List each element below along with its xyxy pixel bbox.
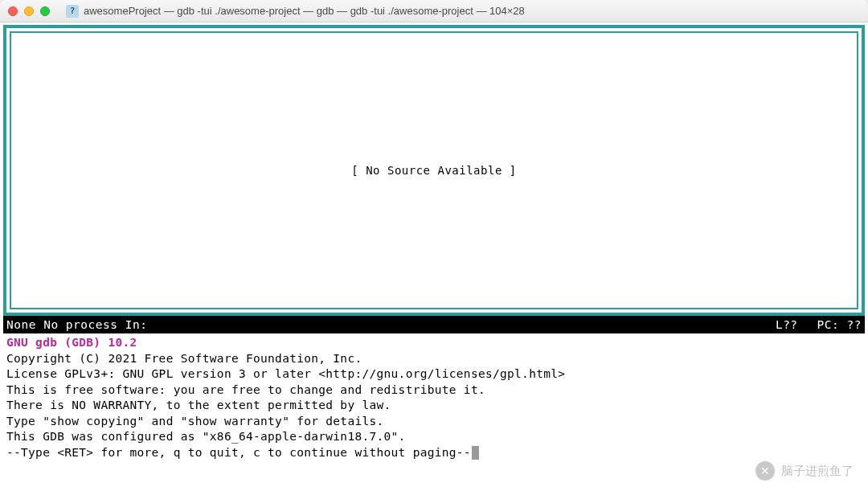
terminal-app-icon: ?: [66, 5, 79, 18]
cursor-icon: [472, 446, 479, 460]
gdb-output-line: Copyright (C) 2021 Free Software Foundat…: [6, 351, 862, 367]
gdb-source-pane: [ No Source Available ]: [3, 25, 865, 316]
traffic-lights: [8, 6, 50, 16]
terminal-window: ? awesomeProject — gdb -tui ./awesome-pr…: [0, 0, 868, 495]
watermark: ✕ 脑子进煎鱼了: [755, 461, 854, 481]
maximize-window-button[interactable]: [40, 6, 50, 16]
prompt-text: --Type <RET> for more, q to quit, c to c…: [6, 445, 471, 461]
close-window-button[interactable]: [8, 6, 18, 16]
gdb-version-header: GNU gdb (GDB) 10.2: [6, 335, 862, 351]
window-title: awesomeProject — gdb -tui ./awesome-proj…: [84, 5, 525, 17]
gdb-output-area[interactable]: GNU gdb (GDB) 10.2 Copyright (C) 2021 Fr…: [3, 333, 865, 463]
title-area: ? awesomeProject — gdb -tui ./awesome-pr…: [66, 5, 860, 18]
gdb-output-line: This is free software: you are free to c…: [6, 382, 862, 399]
no-source-message: [ No Source Available ]: [351, 164, 516, 177]
gdb-status-bar: None No process In: L?? PC: ??: [3, 316, 865, 333]
gdb-source-pane-inner: [ No Source Available ]: [10, 31, 858, 309]
status-location-info: L?? PC: ??: [776, 318, 862, 331]
status-program-counter: PC: ??: [817, 318, 862, 331]
terminal-body[interactable]: [ No Source Available ] None No process …: [0, 22, 868, 495]
gdb-output-line: License GPLv3+: GNU GPL version 3 or lat…: [6, 366, 862, 382]
gdb-output-line: There is NO WARRANTY, to the extent perm…: [6, 398, 862, 414]
gdb-pager-prompt[interactable]: --Type <RET> for more, q to quit, c to c…: [6, 445, 862, 461]
minimize-window-button[interactable]: [24, 6, 34, 16]
status-process-info: None No process In:: [6, 318, 776, 331]
window-titlebar: ? awesomeProject — gdb -tui ./awesome-pr…: [0, 0, 868, 22]
watermark-icon: ✕: [755, 461, 775, 481]
gdb-output-line: Type "show copying" and "show warranty" …: [6, 414, 862, 430]
status-line-number: L??: [776, 318, 798, 331]
watermark-text: 脑子进煎鱼了: [781, 464, 854, 479]
gdb-output-line: This GDB was configured as "x86_64-apple…: [6, 429, 862, 445]
